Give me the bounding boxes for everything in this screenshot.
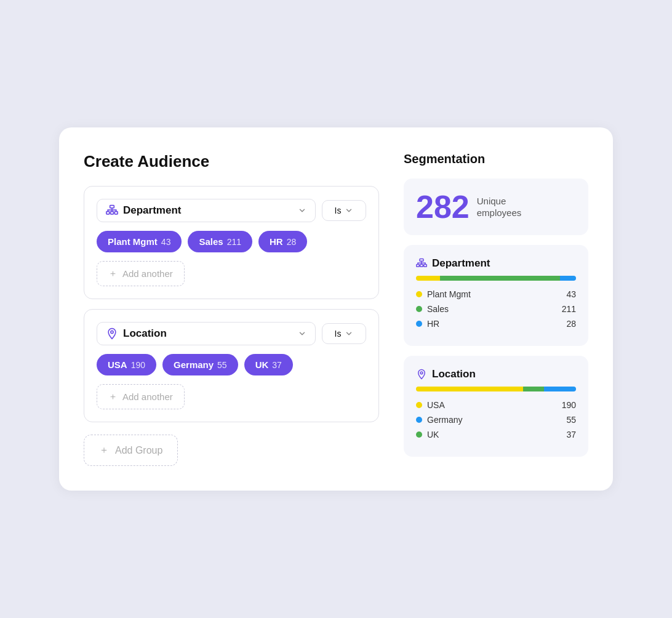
department-operator-chevron-icon	[345, 206, 353, 215]
tag-plant-mgmt-count: 43	[161, 237, 171, 247]
department-icon	[106, 204, 118, 217]
tag-uk[interactable]: UK 37	[244, 354, 293, 375]
location-chevron-icon	[298, 329, 306, 338]
plus-icon-loc: ＋	[108, 391, 118, 403]
svg-point-9	[111, 331, 113, 333]
location-seg-icon	[416, 369, 427, 380]
department-operator-label: Is	[335, 206, 342, 215]
dept-item-plant-mgmt: Plant Mgmt 43	[416, 289, 576, 299]
loc-item-usa: USA 190	[416, 400, 576, 410]
add-another-department[interactable]: ＋ Add another	[97, 261, 185, 286]
location-operator-label: Is	[335, 329, 342, 339]
dot-usa	[416, 402, 422, 408]
department-operator-select[interactable]: Is	[322, 200, 366, 221]
tag-plant-mgmt[interactable]: Plant Mgmt 43	[97, 231, 182, 252]
department-seg-label: Department	[432, 257, 490, 270]
dept-bar-seg-2	[440, 276, 560, 281]
tag-uk-count: 37	[272, 360, 282, 370]
location-filter-row: Location Is	[97, 322, 366, 345]
tag-uk-label: UK	[255, 359, 269, 370]
dot-uk	[416, 431, 422, 438]
loc-item-germany-count: 55	[566, 415, 576, 425]
main-card: Create Audience	[59, 127, 613, 491]
department-bar	[416, 276, 576, 281]
department-chevron-icon	[298, 206, 306, 215]
dot-sales	[416, 306, 422, 312]
dept-item-hr: HR 28	[416, 319, 576, 329]
location-filter-label: Location	[123, 327, 167, 340]
loc-item-usa-count: 190	[562, 400, 576, 410]
department-seg-title: Department	[416, 257, 576, 270]
location-operator-chevron-icon	[345, 329, 353, 338]
loc-item-usa-label: USA	[427, 400, 445, 410]
tag-hr-count: 28	[287, 237, 297, 247]
location-tags: USA 190 Germany 55 UK 37	[97, 354, 366, 375]
department-filter-label: Department	[123, 204, 181, 217]
department-seg-icon	[416, 258, 427, 269]
tag-sales[interactable]: Sales 211	[188, 231, 252, 252]
tag-germany[interactable]: Germany 55	[162, 354, 238, 375]
group-location: Location Is USA 190 Germany 55	[84, 309, 379, 422]
plus-icon-group: ＋	[99, 444, 109, 457]
tag-plant-mgmt-label: Plant Mgmt	[108, 236, 158, 247]
department-filter-select[interactable]: Department	[97, 199, 316, 222]
tag-hr[interactable]: HR 28	[258, 231, 307, 252]
location-seg-title: Location	[416, 368, 576, 380]
tag-hr-label: HR	[270, 236, 283, 247]
department-seg-card: Department Plant Mgmt 43 Sales 211	[404, 245, 588, 346]
dept-item-sales-count: 211	[562, 304, 576, 314]
location-operator-select[interactable]: Is	[322, 323, 366, 344]
department-tags: Plant Mgmt 43 Sales 211 HR 28	[97, 231, 366, 252]
loc-item-uk-count: 37	[566, 430, 576, 439]
add-another-dept-label: Add another	[122, 268, 173, 279]
add-group-label: Add Group	[115, 445, 162, 456]
group-department: Department Is Plant Mgmt 43 Sales 211	[84, 186, 379, 299]
location-filter-select[interactable]: Location	[97, 322, 316, 345]
dept-item-hr-count: 28	[566, 319, 576, 329]
left-panel: Create Audience	[84, 152, 379, 466]
right-panel: Segmentation 282 Uniqueemployees	[404, 152, 588, 466]
page-title: Create Audience	[84, 152, 379, 171]
loc-bar-seg-3	[544, 387, 576, 391]
tag-germany-count: 55	[217, 360, 227, 370]
loc-item-germany-label: Germany	[427, 415, 463, 425]
loc-bar-seg-2	[523, 387, 544, 391]
tag-sales-label: Sales	[199, 236, 223, 247]
tag-germany-label: Germany	[174, 359, 214, 370]
dept-item-plant-mgmt-label: Plant Mgmt	[427, 289, 471, 299]
plus-icon-dept: ＋	[108, 268, 118, 279]
location-seg-card: Location USA 190 Germany 55	[404, 356, 588, 457]
location-icon	[106, 327, 118, 340]
dept-bar-seg-3	[560, 276, 576, 281]
add-group-button[interactable]: ＋ Add Group	[84, 435, 178, 466]
segmentation-title: Segmentation	[404, 152, 588, 166]
tag-usa[interactable]: USA 190	[97, 354, 156, 375]
dept-item-sales-label: Sales	[427, 304, 449, 314]
loc-item-uk: UK 37	[416, 430, 576, 439]
loc-bar-seg-1	[416, 387, 523, 391]
dept-item-plant-mgmt-count: 43	[566, 289, 576, 299]
loc-item-uk-label: UK	[427, 430, 439, 439]
dot-hr	[416, 321, 422, 327]
dept-bar-seg-1	[416, 276, 440, 281]
unique-row: 282 Uniqueemployees	[416, 191, 576, 223]
location-bar	[416, 387, 576, 391]
add-another-location[interactable]: ＋ Add another	[97, 384, 185, 409]
dept-item-sales: Sales 211	[416, 304, 576, 314]
unique-label: Uniqueemployees	[477, 195, 522, 219]
tag-usa-count: 190	[131, 360, 145, 370]
tag-usa-label: USA	[108, 359, 127, 370]
unique-employees-card: 282 Uniqueemployees	[404, 179, 588, 235]
dot-plant-mgmt	[416, 291, 422, 297]
dot-germany	[416, 417, 422, 423]
tag-sales-count: 211	[227, 237, 241, 247]
location-seg-label: Location	[432, 368, 476, 380]
svg-point-19	[420, 372, 423, 374]
dept-item-hr-label: HR	[427, 319, 439, 329]
department-filter-row: Department Is	[97, 199, 366, 222]
loc-item-germany: Germany 55	[416, 415, 576, 425]
add-another-loc-label: Add another	[122, 391, 173, 402]
unique-count: 282	[416, 191, 470, 223]
